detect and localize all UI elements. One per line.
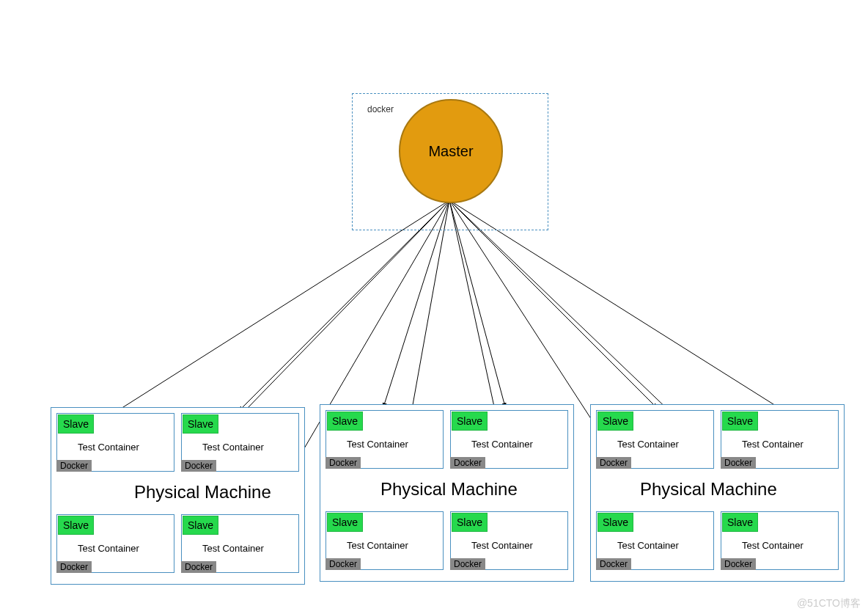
svg-line-4: [383, 200, 449, 409]
slave-badge: Slave: [722, 412, 758, 431]
svg-line-1: [238, 200, 449, 412]
docker-badge: Docker: [450, 558, 485, 570]
slave-container-3-1: Slave Test Container Docker: [596, 410, 714, 469]
slave-container-2-4: Slave Test Container Docker: [450, 511, 568, 570]
test-container-label: Test Container: [78, 543, 139, 554]
test-container-label: Test Container: [78, 442, 139, 453]
docker-badge: Docker: [56, 460, 92, 472]
docker-badge: Docker: [596, 558, 631, 570]
pm3-label: Physical Machine: [640, 479, 777, 500]
test-container-label: Test Container: [347, 540, 408, 551]
docker-badge: Docker: [326, 457, 361, 469]
slave-badge: Slave: [58, 414, 94, 434]
docker-box-label: docker: [367, 104, 394, 114]
test-container-label: Test Container: [742, 439, 803, 450]
slave-container-2-3: Slave Test Container Docker: [326, 511, 444, 570]
diagram-canvas: docker Master Physical Machine Slave Tes…: [0, 0, 868, 614]
physical-machine-1: Physical Machine Slave Test Container Do…: [51, 407, 305, 585]
test-container-label: Test Container: [202, 442, 264, 453]
svg-line-0: [115, 200, 449, 412]
docker-badge: Docker: [721, 457, 756, 469]
slave-badge: Slave: [183, 516, 218, 535]
slave-container-2-2: Slave Test Container Docker: [450, 410, 568, 469]
docker-badge: Docker: [56, 561, 92, 573]
slave-badge: Slave: [597, 412, 633, 431]
test-container-label: Test Container: [617, 540, 679, 551]
slave-container-1-3: Slave Test Container Docker: [56, 514, 174, 573]
slave-container-3-4: Slave Test Container Docker: [721, 511, 839, 570]
physical-machine-3: Physical Machine Slave Test Container Do…: [590, 404, 845, 582]
slave-badge: Slave: [58, 516, 94, 535]
slave-badge: Slave: [183, 414, 218, 434]
slave-container-3-3: Slave Test Container Docker: [596, 511, 714, 570]
watermark: @51CTO博客: [797, 597, 861, 610]
slave-container-1-2: Slave Test Container Docker: [181, 413, 299, 472]
test-container-label: Test Container: [617, 439, 679, 450]
slave-badge: Slave: [722, 513, 758, 532]
slave-badge: Slave: [452, 513, 488, 532]
pm2-label: Physical Machine: [380, 479, 518, 500]
slave-container-1-4: Slave Test Container Docker: [181, 514, 299, 573]
slave-badge: Slave: [327, 412, 363, 431]
docker-badge: Docker: [326, 558, 361, 570]
slave-badge: Slave: [327, 513, 363, 532]
test-container-label: Test Container: [347, 439, 408, 450]
svg-line-5: [449, 200, 506, 409]
slave-container-1-1: Slave Test Container Docker: [56, 413, 174, 472]
docker-badge: Docker: [450, 457, 485, 469]
test-container-label: Test Container: [742, 540, 803, 551]
docker-badge: Docker: [181, 561, 216, 573]
docker-badge: Docker: [181, 460, 216, 472]
test-container-label: Test Container: [471, 439, 533, 450]
docker-badge: Docker: [721, 558, 756, 570]
master-label: Master: [428, 143, 473, 160]
svg-line-9: [449, 200, 781, 409]
slave-badge: Slave: [452, 412, 488, 431]
slave-container-2-1: Slave Test Container Docker: [326, 410, 444, 469]
test-container-label: Test Container: [471, 540, 533, 551]
master-circle: Master: [399, 99, 503, 203]
slave-container-3-2: Slave Test Container Docker: [721, 410, 839, 469]
slave-badge: Slave: [597, 513, 633, 532]
docker-badge: Docker: [596, 457, 631, 469]
svg-line-8: [449, 200, 658, 409]
physical-machine-2: Physical Machine Slave Test Container Do…: [320, 404, 574, 582]
test-container-label: Test Container: [202, 543, 264, 554]
pm1-label: Physical Machine: [134, 482, 271, 502]
